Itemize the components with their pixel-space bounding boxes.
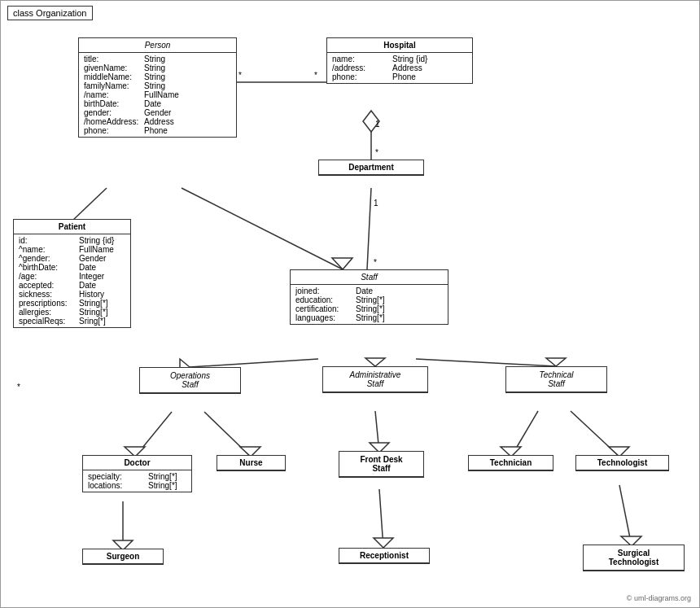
front-desk-title: Front DeskStaff xyxy=(339,452,423,477)
svg-line-21 xyxy=(135,412,172,457)
receptionist-class: Receptionist xyxy=(339,548,430,564)
operations-staff-title: OperationsStaff xyxy=(140,368,240,393)
hospital-attrs: name:String {id} /address:Address phone:… xyxy=(327,53,472,83)
svg-line-15 xyxy=(190,359,318,367)
hospital-title: Hospital xyxy=(327,38,472,53)
svg-text:*: * xyxy=(17,383,20,391)
surgeon-class: Surgeon xyxy=(82,549,164,565)
svg-line-17 xyxy=(367,359,375,366)
svg-line-25 xyxy=(375,411,379,453)
svg-marker-18 xyxy=(365,358,385,366)
department-title: Department xyxy=(319,160,423,175)
svg-line-7 xyxy=(367,188,371,269)
diagram-title: class Organization xyxy=(7,6,93,20)
hospital-class: Hospital name:String {id} /address:Addre… xyxy=(326,37,473,84)
technologist-title: Technologist xyxy=(576,456,668,470)
doctor-class: Doctor specialty:String[*] locations:Str… xyxy=(82,455,192,492)
svg-line-35 xyxy=(619,485,632,546)
svg-text:*: * xyxy=(238,71,242,80)
technical-staff-class: TechnicalStaff xyxy=(505,366,607,393)
staff-class: Staff joined:Date education:String[*] ce… xyxy=(290,269,448,325)
svg-line-23 xyxy=(204,412,251,457)
surgical-technologist-title: SurgicalTechnologist xyxy=(584,545,684,571)
svg-marker-34 xyxy=(374,538,393,548)
svg-line-12 xyxy=(182,188,343,269)
svg-line-19 xyxy=(416,359,556,366)
svg-text:*: * xyxy=(375,148,378,157)
svg-line-10 xyxy=(72,188,107,221)
nurse-title: Nurse xyxy=(217,456,285,470)
svg-text:1: 1 xyxy=(375,120,380,129)
svg-line-33 xyxy=(379,489,383,548)
copyright: © uml-diagrams.org xyxy=(627,594,691,602)
patient-class: Patient id:String {id} ^name:FullName ^g… xyxy=(13,219,131,328)
doctor-title: Doctor xyxy=(83,456,191,470)
person-title: Person xyxy=(79,38,236,53)
technician-class: Technician xyxy=(468,455,553,471)
admin-staff-class: AdministrativeStaff xyxy=(322,366,428,393)
nurse-class: Nurse xyxy=(217,455,286,471)
department-class: Department xyxy=(318,160,424,176)
technologist-class: Technologist xyxy=(575,455,669,471)
receptionist-title: Receptionist xyxy=(339,549,429,563)
patient-attrs: id:String {id} ^name:FullName ^gender:Ge… xyxy=(14,234,130,327)
patient-title: Patient xyxy=(14,220,130,234)
diagram-container: class Organization * * 1 * 1 * * xyxy=(0,0,700,608)
technical-staff-title: TechnicalStaff xyxy=(506,367,606,392)
svg-marker-4 xyxy=(363,111,379,132)
svg-text:1: 1 xyxy=(374,199,378,208)
staff-attrs: joined:Date education:String[*] certific… xyxy=(291,285,448,324)
surgeon-title: Surgeon xyxy=(83,549,163,564)
technician-title: Technician xyxy=(469,456,553,470)
person-class: Person title:String givenName:String mid… xyxy=(78,37,237,138)
person-attrs: title:String givenName:String middleName… xyxy=(79,53,236,137)
doctor-attrs: specialty:String[*] locations:String[*] xyxy=(83,470,191,492)
svg-line-29 xyxy=(571,411,619,457)
svg-text:*: * xyxy=(374,258,377,267)
surgical-technologist-class: SurgicalTechnologist xyxy=(583,545,685,571)
svg-marker-20 xyxy=(546,358,566,366)
operations-staff-class: OperationsStaff xyxy=(139,367,241,394)
svg-text:*: * xyxy=(314,71,317,80)
svg-line-27 xyxy=(511,411,538,457)
front-desk-class: Front DeskStaff xyxy=(339,451,424,478)
admin-staff-title: AdministrativeStaff xyxy=(323,367,427,392)
svg-marker-13 xyxy=(332,258,352,269)
staff-title: Staff xyxy=(291,270,448,285)
